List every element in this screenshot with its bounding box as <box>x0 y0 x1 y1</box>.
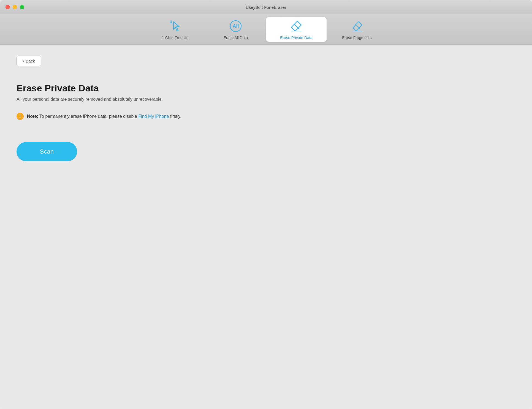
find-my-iphone-link[interactable]: Find My iPhone <box>138 114 169 119</box>
page-subtitle: All your personal data are securely remo… <box>17 97 515 102</box>
back-button[interactable]: ‹ Back <box>17 56 41 66</box>
tab-one-click-label: 1-Click Free Up <box>162 36 188 40</box>
note-body: To permanently erase iPhone data, please… <box>38 114 139 119</box>
tab-bar: 1-Click Free Up All Erase All Data <box>0 14 532 45</box>
tab-erase-fragments-label: Erase Fragments <box>342 36 371 40</box>
traffic-lights <box>6 5 24 9</box>
main-window: UkeySoft FoneEraser 1-Click Free Up <box>0 0 532 409</box>
svg-line-5 <box>294 24 299 29</box>
note-section: Note: To permanently erase iPhone data, … <box>17 113 515 120</box>
erase-fragments-icon <box>350 19 364 33</box>
minimize-button[interactable] <box>13 5 17 9</box>
tab-erase-private-data[interactable]: Erase Private Data <box>266 17 327 42</box>
back-button-label: Back <box>26 59 35 63</box>
note-suffix: firstly. <box>169 114 181 119</box>
tab-erase-all-label: Erase All Data <box>224 36 248 40</box>
page-title: Erase Private Data <box>17 83 515 94</box>
back-chevron-icon: ‹ <box>23 59 24 63</box>
erase-private-icon <box>289 19 303 33</box>
note-prefix: Note: <box>27 114 38 119</box>
tab-erase-all-data[interactable]: All Erase All Data <box>205 17 266 42</box>
note-text: Note: To permanently erase iPhone data, … <box>27 113 181 120</box>
window-title: UkeySoft FoneEraser <box>246 5 286 10</box>
tab-erase-private-label: Erase Private Data <box>280 36 313 40</box>
click-icon <box>168 19 182 33</box>
svg-text:All: All <box>232 23 239 29</box>
scan-button[interactable]: Scan <box>17 142 77 161</box>
maximize-button[interactable] <box>20 5 24 9</box>
tab-erase-fragments[interactable]: Erase Fragments <box>327 17 387 42</box>
main-content: ‹ Back Erase Private Data All your perso… <box>0 45 532 409</box>
warning-icon <box>17 113 24 120</box>
title-bar: UkeySoft FoneEraser <box>0 0 532 14</box>
svg-line-7 <box>355 24 360 29</box>
erase-all-icon: All <box>229 19 243 33</box>
close-button[interactable] <box>6 5 10 9</box>
tab-one-click-free-up[interactable]: 1-Click Free Up <box>145 17 205 42</box>
